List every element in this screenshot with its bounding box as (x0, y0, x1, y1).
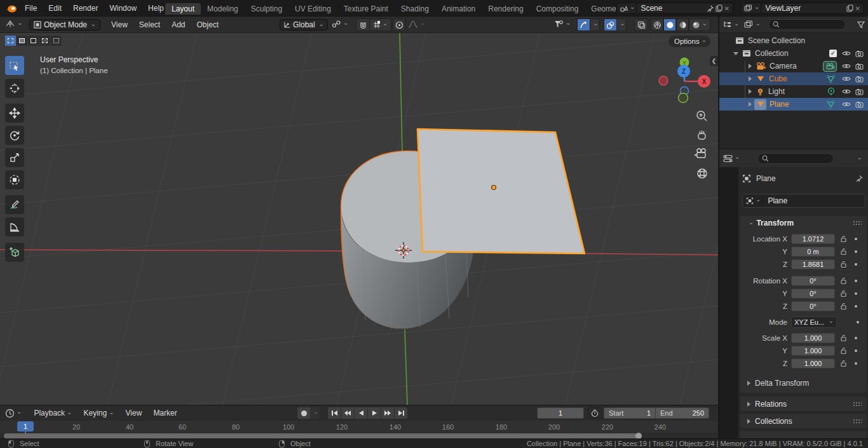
shading-material-button[interactable] (676, 18, 689, 31)
scene-selector[interactable]: Scene ✕ (616, 3, 733, 14)
timeline-ruler[interactable]: 20 40 60 80 100 120 140 160 180 200 220 … (0, 421, 718, 433)
object-id-icon[interactable] (743, 194, 763, 207)
lock-icon[interactable] (840, 277, 848, 285)
tool-cursor[interactable] (5, 79, 24, 98)
options-button[interactable]: Options (668, 36, 710, 47)
outliner-display-mode-dropdown[interactable] (744, 20, 760, 29)
animate-dot[interactable] (855, 280, 857, 282)
scale-z-input[interactable]: 1.000 (791, 358, 835, 369)
lock-icon[interactable] (840, 261, 848, 268)
menu-edit[interactable]: Edit (43, 4, 67, 13)
relations-panel-header[interactable]: Relations (740, 397, 867, 411)
location-y-input[interactable]: 0 m (791, 247, 835, 257)
workspace-tab-animation[interactable]: Animation (435, 3, 482, 15)
lock-icon[interactable] (840, 347, 848, 355)
gizmo-dropdown[interactable] (590, 18, 600, 31)
view-layer-name[interactable]: ViewLayer (761, 4, 846, 13)
next-keyframe-button[interactable] (381, 407, 394, 419)
timeline-menu-keying[interactable]: Keying (78, 409, 119, 417)
tool-select-box[interactable] (5, 56, 24, 75)
mode-dropdown[interactable]: Object Mode (29, 19, 100, 31)
properties-search-input[interactable] (757, 153, 834, 164)
outliner-row-cube[interactable]: Cube (719, 72, 868, 85)
gizmo-neg-y-axis[interactable] (679, 93, 688, 103)
viewport-menu-object[interactable]: Object (191, 20, 225, 29)
workspace-tab-compositing[interactable]: Compositing (530, 3, 585, 15)
properties-options-dropdown[interactable] (855, 154, 862, 163)
viewport-canvas[interactable]: Y Z X (0, 33, 718, 405)
object-name-value[interactable]: Plane (763, 196, 787, 205)
lock-icon[interactable] (840, 302, 848, 310)
toggle-xray[interactable] (634, 18, 648, 31)
viewport[interactable]: Y Z X (0, 33, 718, 405)
animate-dot[interactable] (857, 321, 859, 323)
mesh-data-icon[interactable] (826, 100, 836, 109)
panel-grip[interactable] (853, 221, 862, 226)
animate-dot[interactable] (855, 350, 857, 352)
object-type-visibility-dropdown[interactable] (554, 20, 571, 29)
workspace-tab-texture-paint[interactable]: Texture Paint (337, 3, 395, 15)
rotation-z-input[interactable]: 0° (791, 301, 835, 311)
editor-type-3d-viewport-icon[interactable] (5, 19, 22, 29)
workspace-tab-layout[interactable]: Layout (165, 3, 201, 15)
animate-dot[interactable] (855, 238, 857, 240)
collections-panel-header[interactable]: Collections (740, 414, 867, 428)
gizmo-neg-x-axis[interactable] (659, 76, 668, 85)
animate-dot[interactable] (855, 305, 857, 308)
shading-solid-button[interactable] (663, 18, 676, 31)
animate-dot[interactable] (855, 337, 857, 339)
timeline-menu-playback[interactable]: Playback (28, 409, 78, 417)
rotation-mode-dropdown[interactable]: XYZ Eu... (791, 316, 837, 328)
workspace-tab-uv-editing[interactable]: UV Editing (288, 3, 337, 15)
tool-transform[interactable] (5, 170, 24, 189)
outliner-row-light[interactable]: Light (719, 85, 868, 98)
rotation-y-input[interactable]: 0° (791, 288, 835, 299)
lock-icon[interactable] (840, 360, 848, 367)
shading-wireframe-button[interactable] (651, 18, 663, 31)
new-view-layer-icon[interactable] (846, 4, 853, 12)
tool-annotate[interactable] (5, 195, 24, 214)
unlink-scene-icon[interactable]: ✕ (724, 5, 733, 12)
play-reverse-button[interactable] (355, 407, 367, 419)
disclosure-triangle[interactable] (749, 89, 752, 94)
tool-rotate[interactable] (5, 126, 24, 145)
tool-measure[interactable] (5, 217, 24, 236)
disable-render-icon[interactable] (855, 63, 864, 70)
outliner-row-collection[interactable]: Collection ✓ (719, 47, 868, 60)
breadcrumb-object-name[interactable]: Plane (756, 174, 776, 183)
editor-type-properties-icon[interactable] (723, 154, 740, 163)
snap-magnet-toggle[interactable] (356, 18, 370, 31)
timeline-scrollbar-thumb[interactable] (4, 433, 642, 438)
workspace-tab-modeling[interactable]: Modeling (201, 3, 245, 15)
transform-orientation-dropdown[interactable]: Global (280, 19, 328, 31)
previous-keyframe-button[interactable] (341, 407, 354, 419)
menu-file[interactable]: File (19, 4, 43, 13)
outliner-filter-icon[interactable] (857, 21, 865, 29)
view-layer-icon[interactable] (742, 3, 761, 13)
pivot-point-dropdown[interactable] (332, 20, 348, 29)
orthographic-grid-icon[interactable] (698, 169, 707, 178)
pan-hand-icon[interactable] (698, 131, 705, 140)
auto-key-dropdown[interactable] (310, 407, 320, 419)
scene-icon[interactable] (617, 3, 637, 13)
workspace-tab-shading[interactable]: Shading (395, 3, 435, 15)
animate-dot[interactable] (855, 292, 857, 295)
proportional-falloff-dropdown[interactable] (408, 20, 425, 29)
hide-eye-icon[interactable] (842, 88, 851, 95)
start-frame-input[interactable]: Start 1 (604, 407, 656, 419)
disable-render-icon[interactable] (855, 101, 864, 108)
outliner-search-input[interactable] (768, 19, 846, 30)
viewport-menu-view[interactable]: View (105, 20, 133, 29)
hide-eye-icon[interactable] (842, 50, 851, 57)
hide-eye-icon[interactable] (842, 63, 851, 69)
auto-key-record-button[interactable] (297, 407, 310, 419)
location-z-input[interactable]: 1.8681 (791, 259, 835, 269)
tool-add-cube[interactable] (5, 243, 24, 262)
zoom-icon[interactable] (697, 111, 707, 121)
outliner-row-camera[interactable]: Camera (719, 60, 868, 72)
scene-name[interactable]: Scene (637, 4, 706, 13)
proportional-editing-toggle[interactable] (393, 18, 405, 31)
hide-eye-icon[interactable] (842, 101, 851, 107)
workspace-tab-sculpting[interactable]: Sculpting (245, 3, 288, 15)
disclosure-triangle[interactable] (749, 64, 752, 69)
